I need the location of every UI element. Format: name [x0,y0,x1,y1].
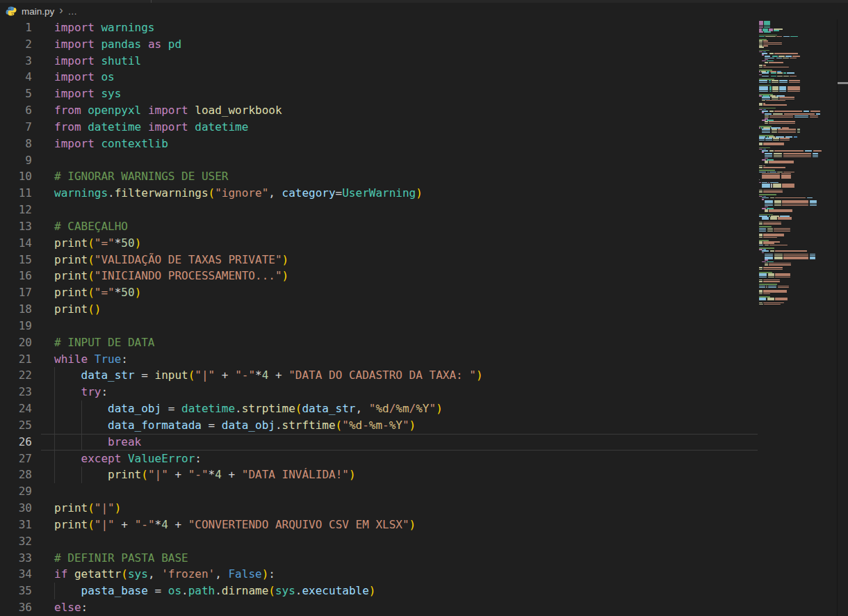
line-content: # CABEÇALHO [54,218,128,235]
line-content: print("|" + "-"*4 + "DATA INVÁLIDA!") [54,467,356,483]
code-line[interactable]: 7from datetime import datetime [0,119,758,136]
line-number[interactable]: 9 [0,152,32,169]
line-content: warnings.filterwarnings("ignore", catego… [54,185,423,202]
code-line[interactable]: 26break [0,434,758,451]
code-line[interactable]: 18print() [0,301,758,318]
indent-guide [54,367,81,384]
line-content: while True: [54,351,128,368]
breadcrumb-symbol-ellipsis[interactable]: … [68,6,79,17]
code-line[interactable]: 6from openpyxl import load_workbook [0,102,758,119]
line-number[interactable]: 22 [0,367,32,384]
line-number[interactable]: 18 [0,301,32,318]
indent-guide [81,400,108,417]
code-line[interactable]: 23try: [0,384,758,400]
minimap[interactable] [759,21,837,305]
line-number[interactable]: 15 [0,252,32,268]
line-number[interactable]: 5 [0,86,32,102]
line-content: pasta_base = os.path.dirname(sys.executa… [54,583,375,599]
line-number[interactable]: 24 [0,400,32,417]
line-number[interactable]: 11 [0,185,32,202]
code-line[interactable]: 22data_str = input("|" + "-"*4 + "DATA D… [0,367,758,384]
line-number[interactable]: 1 [0,19,32,36]
breadcrumb-file-name[interactable]: main.py [22,6,54,17]
line-number[interactable]: 16 [0,268,32,284]
code-line[interactable]: 13# CABEÇALHO [0,218,758,235]
code-line[interactable]: 25data_formatada = data_obj.strftime("%d… [0,417,758,434]
line-number[interactable]: 31 [0,517,32,533]
line-content: # DEFINIR PASTA BASE [54,550,188,567]
line-number[interactable]: 35 [0,583,32,599]
indent-guide [54,583,81,599]
line-number[interactable]: 6 [0,102,32,119]
tab-bar-edge [0,0,848,3]
code-line[interactable]: 4import os [0,69,758,86]
python-file-icon [6,6,17,17]
line-content: import pandas as pd [54,36,181,53]
code-line[interactable]: 27except ValueError: [0,451,758,467]
overview-ruler[interactable] [838,19,848,616]
line-number[interactable]: 3 [0,53,32,70]
line-number[interactable]: 33 [0,550,32,567]
line-number[interactable]: 2 [0,36,32,53]
line-content: if getattr(sys, 'frozen', False): [54,566,275,583]
line-number[interactable]: 23 [0,384,32,400]
code-line[interactable]: 33# DEFINIR PASTA BASE [0,550,758,567]
line-number[interactable]: 19 [0,318,32,334]
line-content: data_formatada = data_obj.strftime("%d-%… [54,417,416,434]
indent-guide [54,451,81,467]
code-editor[interactable]: 1import warnings2import pandas as pd3imp… [0,19,758,616]
code-line[interactable]: 11warnings.filterwarnings("ignore", cate… [0,185,758,202]
line-number[interactable]: 14 [0,235,32,252]
code-line[interactable]: 29 [0,483,758,500]
line-content: print("="*50) [54,284,141,301]
code-line[interactable]: 36else: [0,599,758,616]
line-number[interactable]: 4 [0,69,32,86]
line-number[interactable]: 25 [0,417,32,434]
breadcrumb[interactable]: main.py › … [0,3,78,19]
code-line[interactable]: 15print("VALIDAÇÃO DE TAXAS PRIVATE") [0,252,758,268]
code-line[interactable]: 1import warnings [0,19,758,36]
code-line[interactable]: 2import pandas as pd [0,36,758,53]
line-number[interactable]: 32 [0,533,32,550]
line-number[interactable]: 27 [0,451,32,467]
code-line[interactable]: 3import shutil [0,53,758,70]
code-line[interactable]: 35pasta_base = os.path.dirname(sys.execu… [0,583,758,599]
line-number[interactable]: 34 [0,566,32,583]
line-number[interactable]: 29 [0,483,32,500]
indent-guide [54,434,81,451]
line-content: import os [54,69,115,86]
code-line[interactable]: 31print("|" + "-"*4 + "CONVERTENDO ARQUI… [0,517,758,533]
line-number[interactable]: 13 [0,218,32,235]
line-number[interactable]: 30 [0,500,32,517]
code-line[interactable]: 12 [0,202,758,218]
code-line[interactable]: 8import contextlib [0,136,758,152]
code-line[interactable]: 30print("|") [0,500,758,517]
code-line[interactable]: 28print("|" + "-"*4 + "DATA INVÁLIDA!") [0,467,758,483]
line-number[interactable]: 10 [0,168,32,185]
code-line[interactable]: 9 [0,152,758,169]
indent-guide [54,400,81,417]
line-number[interactable]: 28 [0,467,32,483]
line-number[interactable]: 26 [0,434,32,451]
line-number[interactable]: 21 [0,351,32,368]
code-line[interactable]: 24data_obj = datetime.strptime(data_str,… [0,400,758,417]
code-line[interactable]: 34if getattr(sys, 'frozen', False): [0,566,758,583]
line-content: import warnings [54,19,155,36]
line-number[interactable]: 17 [0,284,32,301]
line-number[interactable]: 20 [0,334,32,351]
code-line[interactable]: 19 [0,318,758,334]
code-line[interactable]: 20# INPUT DE DATA [0,334,758,351]
line-number[interactable]: 36 [0,599,32,616]
code-line[interactable]: 17print("="*50) [0,284,758,301]
code-line[interactable]: 14print("="*50) [0,235,758,252]
indent-guide [81,434,108,451]
line-content: else: [54,599,88,616]
code-line[interactable]: 5import sys [0,86,758,102]
line-number[interactable]: 7 [0,119,32,136]
code-line[interactable]: 32 [0,533,758,550]
code-line[interactable]: 16print("INICIANDO PROCESSAMENTO...") [0,268,758,284]
line-number[interactable]: 8 [0,136,32,152]
code-line[interactable]: 21while True: [0,351,758,368]
code-line[interactable]: 10# IGNORAR WARNINGS DE USER [0,168,758,185]
line-number[interactable]: 12 [0,202,32,218]
